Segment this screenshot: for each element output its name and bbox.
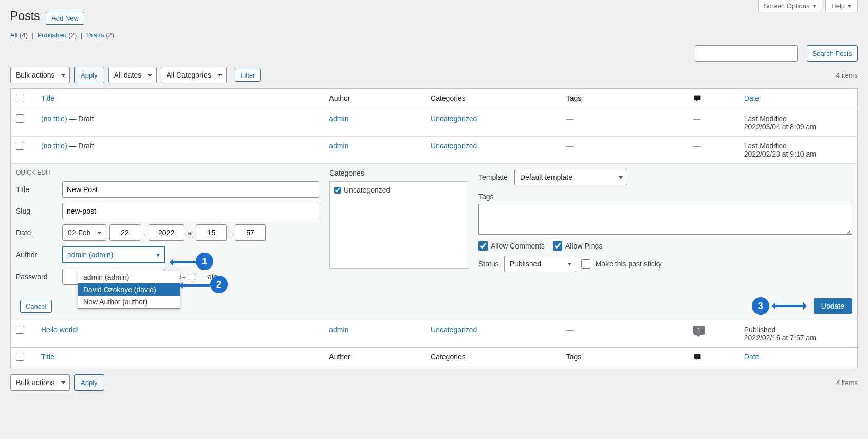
qe-tags-label: Tags	[478, 193, 852, 201]
qe-slug-input[interactable]	[62, 203, 319, 219]
col-categories: Categories	[426, 89, 561, 109]
select-all-checkbox-bottom[interactable]	[16, 353, 24, 361]
cat-checkbox-uncategorized[interactable]	[334, 187, 341, 194]
apply-button-top[interactable]: Apply	[74, 67, 104, 83]
screen-options-tab[interactable]: Screen Options ▼	[758, 0, 823, 12]
add-new-button[interactable]: Add New	[46, 12, 84, 25]
category-link[interactable]: Uncategorized	[431, 142, 477, 150]
author-dropdown: admin (admin) David Ozokoye (david) New …	[78, 271, 180, 309]
quick-edit-row: QUICK EDIT Title Slug Date 02-Fe	[11, 164, 858, 320]
qe-sticky-label: Make this post sticky	[596, 260, 662, 268]
qe-categories-box[interactable]: Uncategorized	[329, 181, 468, 269]
author-link[interactable]: admin	[329, 114, 348, 123]
col-author: Author	[324, 89, 426, 109]
help-tab[interactable]: Help ▼	[825, 0, 858, 12]
tags-cell: —	[561, 109, 688, 137]
qe-template-label: Template	[478, 173, 514, 181]
row-checkbox[interactable]	[16, 326, 24, 334]
qe-tags-textarea[interactable]	[478, 204, 852, 235]
tags-cell: —	[561, 137, 688, 164]
qe-allow-comments-checkbox[interactable]	[478, 241, 488, 251]
author-link[interactable]: admin	[329, 142, 348, 150]
author-option[interactable]: admin (admin)	[78, 271, 180, 283]
post-title-link[interactable]: (no title)	[41, 142, 67, 150]
col-title[interactable]: Title	[41, 94, 54, 102]
category-link[interactable]: Uncategorized	[431, 326, 477, 334]
bulk-actions-select[interactable]: Bulk actions	[10, 67, 70, 83]
tags-cell: —	[561, 320, 688, 348]
col-author: Author	[324, 348, 426, 368]
annotation-badge-3: 3	[752, 297, 769, 315]
col-date[interactable]: Date	[744, 94, 760, 102]
qe-sticky-checkbox[interactable]	[581, 259, 590, 269]
page-title: Posts	[10, 0, 40, 28]
qe-author-label: Author	[16, 251, 62, 259]
filter-all[interactable]: All	[10, 31, 17, 39]
col-date[interactable]: Date	[744, 353, 760, 361]
filter-drafts[interactable]: Drafts	[86, 31, 104, 39]
col-tags: Tags	[561, 348, 688, 368]
search-button[interactable]: Search Posts	[807, 45, 858, 62]
status-filters: All (4) | Published (2) | Drafts (2)	[10, 31, 858, 39]
table-row: (no title) — Draft admin Uncategorized —…	[11, 109, 858, 137]
qe-template-select[interactable]: Default template	[514, 169, 627, 185]
search-input[interactable]	[695, 45, 798, 62]
posts-table: Title Author Categories Tags Date (no ti…	[10, 88, 858, 368]
qe-day-input[interactable]	[109, 224, 140, 241]
post-title-link[interactable]: Hello world!	[41, 326, 79, 334]
filter-button[interactable]: Filter	[235, 69, 261, 82]
caret-down-icon: ▼	[811, 3, 817, 9]
table-row: Hello world! admin Uncategorized — 1 Pub…	[11, 320, 858, 348]
qe-month-select[interactable]: 02-Feb	[62, 224, 106, 241]
date-cell: Last Modified2022/03/04 at 8:09 am	[739, 109, 858, 137]
author-option[interactable]: David Ozokoye (david)	[78, 283, 180, 296]
qe-update-button[interactable]: Update	[814, 298, 852, 314]
row-checkbox[interactable]	[16, 142, 24, 150]
date-cell: Published2022/02/16 at 7:57 am	[739, 320, 858, 348]
annotation-badge-1: 1	[196, 253, 213, 270]
qe-year-input[interactable]	[149, 224, 184, 241]
col-tags: Tags	[561, 89, 688, 109]
qe-title-label: Title	[16, 185, 62, 194]
select-all-checkbox[interactable]	[16, 94, 24, 102]
date-cell: Last Modified2022/02/23 at 9:10 am	[739, 137, 858, 164]
filter-published[interactable]: Published	[38, 31, 67, 39]
comment-icon	[693, 353, 701, 361]
qe-password-label: Password	[16, 273, 62, 281]
qe-categories-label: Categories	[329, 169, 468, 177]
qe-status-select[interactable]: Published	[504, 256, 576, 272]
annotation-badge-2: 2	[210, 276, 228, 293]
qe-title-input[interactable]	[62, 181, 319, 198]
comment-count-badge[interactable]: 1	[693, 326, 705, 335]
qe-allow-pings-checkbox[interactable]	[553, 241, 562, 251]
caret-down-icon: ▼	[847, 3, 852, 9]
qe-cancel-button[interactable]: Cancel	[20, 300, 52, 313]
col-categories: Categories	[426, 348, 561, 368]
bulk-actions-select-bottom[interactable]: Bulk actions	[10, 374, 70, 391]
items-count: 4 items	[836, 71, 858, 79]
qe-author-select[interactable]: admin (admin)	[62, 246, 165, 263]
apply-button-bottom[interactable]: Apply	[74, 374, 104, 391]
items-count-bottom: 4 items	[836, 379, 858, 387]
comments-cell: —	[688, 109, 739, 137]
author-link[interactable]: admin	[329, 326, 348, 334]
col-title[interactable]: Title	[41, 353, 54, 361]
date-filter-select[interactable]: All dates	[108, 67, 157, 83]
qe-date-label: Date	[16, 228, 62, 237]
category-filter-select[interactable]: All Categories	[161, 67, 227, 83]
qe-minute-input[interactable]	[235, 224, 266, 241]
author-option[interactable]: New Author (author)	[78, 296, 180, 308]
category-link[interactable]: Uncategorized	[431, 114, 477, 123]
table-row: (no title) — Draft admin Uncategorized —…	[11, 137, 858, 164]
comments-cell: —	[688, 137, 739, 164]
qe-hour-input[interactable]	[196, 224, 227, 241]
row-checkbox[interactable]	[16, 114, 24, 123]
qe-status-label: Status	[478, 260, 499, 268]
post-title-link[interactable]: (no title)	[41, 114, 67, 123]
qe-slug-label: Slug	[16, 207, 62, 215]
comment-icon	[693, 94, 701, 102]
qe-private-checkbox[interactable]	[189, 274, 195, 280]
quick-edit-heading: QUICK EDIT	[16, 169, 319, 176]
